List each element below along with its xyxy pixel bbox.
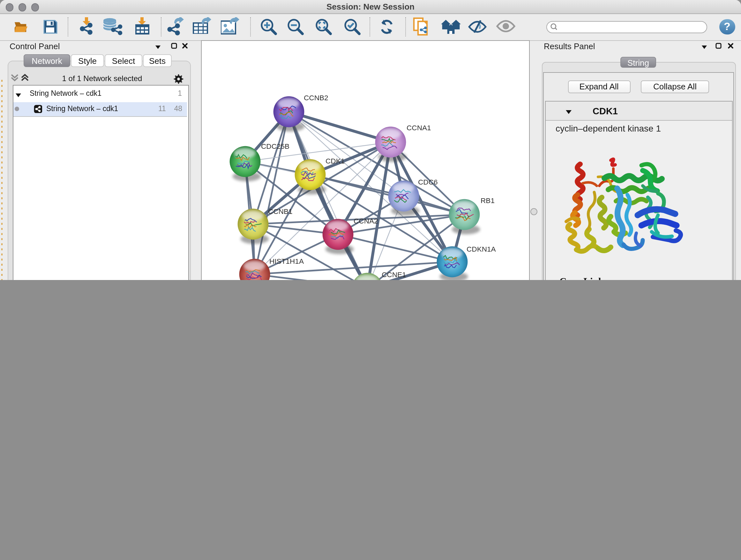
svg-text:CDKN1A: CDKN1A <box>467 245 496 253</box>
svg-text:RB1: RB1 <box>481 197 495 205</box>
svg-text:CDC6: CDC6 <box>418 178 438 186</box>
svg-text:CCNB2: CCNB2 <box>304 94 328 102</box>
svg-text:CDC25B: CDC25B <box>261 142 289 150</box>
svg-text:CCNA1: CCNA1 <box>407 124 431 132</box>
svg-text:CCNB1: CCNB1 <box>268 207 293 215</box>
svg-text:CDK1: CDK1 <box>326 157 345 165</box>
svg-text:CCNA2: CCNA2 <box>354 217 378 225</box>
svg-text:HIST1H1A: HIST1H1A <box>269 257 304 265</box>
svg-text:CCNE1: CCNE1 <box>382 271 406 279</box>
